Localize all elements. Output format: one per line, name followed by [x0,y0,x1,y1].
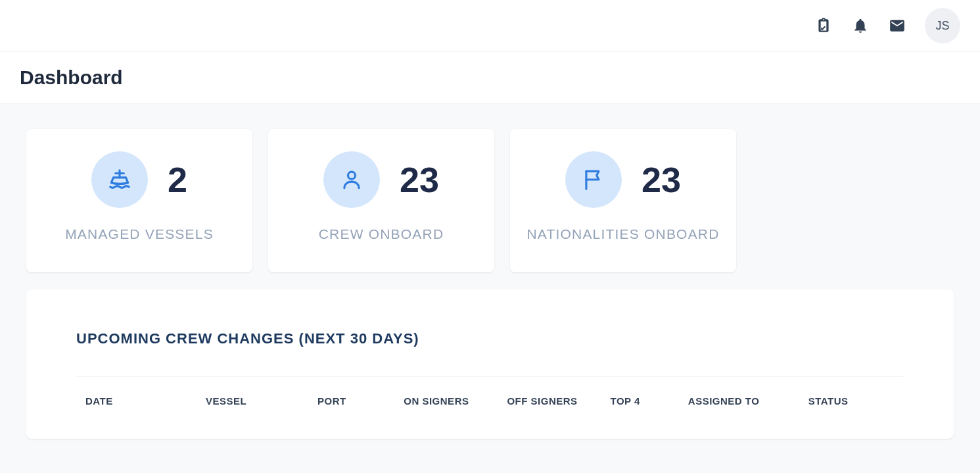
stat-top: 23 [323,151,439,208]
title-bar: Dashboard [0,51,980,104]
clipboard-icon[interactable] [814,16,833,35]
envelope-icon[interactable] [888,16,906,35]
stat-value: 2 [168,159,187,200]
stat-card-crew-onboard: 23 CREW ONBOARD [268,129,494,272]
ship-icon [91,151,148,208]
upcoming-crew-changes-card: UPCOMING CREW CHANGES (NEXT 30 DAYS) DAT… [26,289,954,439]
col-port: PORT [310,378,394,425]
stat-row: 2 MANAGED VESSELS 23 CREW ONBOARD [26,129,954,272]
table-title: UPCOMING CREW CHANGES (NEXT 30 DAYS) [76,330,904,347]
flag-icon [565,151,622,208]
table-header-row: DATE VESSEL PORT ON SIGNERS OFF SIGNERS … [78,378,902,425]
stat-top: 2 [91,151,187,208]
stat-value: 23 [642,159,681,200]
page-title: Dashboard [20,66,960,89]
col-date: DATE [78,378,197,425]
user-avatar[interactable]: JS [925,8,960,43]
avatar-initials: JS [935,19,949,33]
stat-label: NATIONALITIES ONBOARD [526,222,719,246]
col-top-4: TOP 4 [603,378,679,425]
col-status: STATUS [801,378,902,425]
table-wrap: DATE VESSEL PORT ON SIGNERS OFF SIGNERS … [76,376,904,426]
col-assigned-to: ASSIGNED TO [680,378,799,425]
person-icon [323,151,380,208]
stat-label: CREW ONBOARD [319,222,444,246]
col-vessel: VESSEL [198,378,308,425]
bell-icon[interactable] [851,16,870,35]
col-off-signers: OFF SIGNERS [499,378,601,425]
stat-card-nationalities: 23 NATIONALITIES ONBOARD [510,129,736,272]
crew-changes-table: DATE VESSEL PORT ON SIGNERS OFF SIGNERS … [76,377,904,426]
stat-value: 23 [400,159,439,200]
stat-top: 23 [565,151,681,208]
svg-point-0 [348,172,355,179]
stat-label: MANAGED VESSELS [65,222,214,246]
main-content: 2 MANAGED VESSELS 23 CREW ONBOARD [0,104,980,464]
app-header: JS [0,0,980,51]
col-on-signers: ON SIGNERS [396,378,498,425]
stat-card-managed-vessels: 2 MANAGED VESSELS [26,129,252,272]
